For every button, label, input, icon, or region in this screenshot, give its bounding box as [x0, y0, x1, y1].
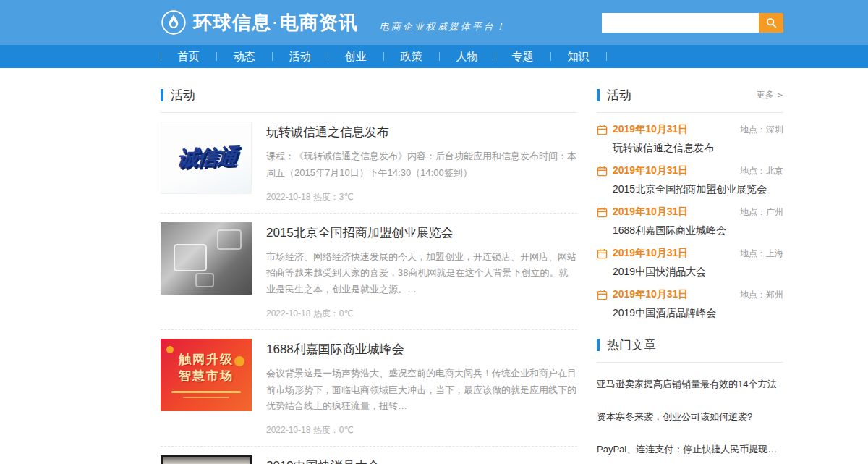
nav-item-home[interactable]: 首页 [161, 45, 216, 68]
location-label: 地点： [740, 125, 766, 135]
location-label: 地点： [740, 207, 766, 217]
site-title: 环球信息·电商资讯 [193, 10, 358, 35]
hot-section-header: 热门文章 [597, 337, 783, 363]
article-excerpt: 市场经济、网络经济快速发展的今天，加盟创业，开连锁店、开网店、网站招商等越来越受… [266, 249, 577, 298]
site-logo[interactable]: 环球信息·电商资讯 [161, 9, 358, 35]
article-thumbnail[interactable]: 诚信通 [161, 122, 252, 194]
heat-value: 3℃ [339, 192, 354, 202]
search-button[interactable] [759, 13, 783, 33]
article-item[interactable]: 诚信通 玩转诚信通之信息发布 课程：《玩转诚信通之信息发布》内容：后台功能应用和… [161, 113, 577, 214]
article-title[interactable]: 1688利嘉国际商业城峰会 [266, 341, 577, 358]
hot-article-link[interactable]: 资本寒冬来袭，创业公司该如何逆袭? [597, 400, 783, 433]
hot-article-link[interactable]: PayPal、连连支付：停止快捷人民币提现业务 [597, 433, 783, 464]
event-item[interactable]: 2019年10月31日 地点：广州 1688利嘉国际商业城峰会 [597, 200, 783, 241]
location-label: 地点： [740, 248, 766, 258]
article-item[interactable]: 触网升级 智慧市场 1688利嘉国际商业城峰会 会议背景这是一场声势浩大、盛况空… [161, 330, 577, 447]
article-title[interactable]: 2019中国快消品大会 [266, 457, 577, 464]
event-date-text: 2019年10月31日 [613, 206, 688, 219]
location-value: 北京 [766, 166, 783, 176]
nav-item-activity[interactable]: 活动 [272, 45, 328, 68]
calendar-icon [597, 248, 608, 259]
article-item[interactable]: PayPaltm SHOPPING SHOW 2019中国快消品大会 2019 … [161, 447, 577, 464]
event-date: 2019年10月31日 [597, 247, 688, 260]
article-meta: 2022-10-18 热度：3℃ [266, 191, 577, 203]
main-nav: 首页 动态 活动 创业 政策 人物 专题 知识 [0, 45, 868, 68]
site-tagline: 电商企业权威媒体平台！ [380, 20, 507, 33]
event-item[interactable]: 2019年10月31日 地点：郑州 2019中国酒店品牌峰会 [597, 282, 783, 324]
nav-item-people[interactable]: 人物 [439, 45, 495, 68]
chevron-right-icon: > [777, 90, 783, 100]
event-header: 2019年10月31日 地点：郑州 [597, 288, 783, 301]
calendar-icon [597, 290, 608, 300]
events-list: 2019年10月31日 地点：深圳 玩转诚信通之信息发布 2019年10月31日… [597, 113, 783, 324]
article-body: 1688利嘉国际商业城峰会 会议背景这是一场声势浩大、盛况空前的电商大阅兵！传统… [266, 339, 577, 436]
event-title[interactable]: 1688利嘉国际商业城峰会 [613, 224, 783, 237]
location-value: 郑州 [766, 290, 783, 300]
article-title[interactable]: 2015北京全国招商加盟创业展览会 [266, 224, 577, 241]
event-location: 地点：郑州 [740, 289, 783, 301]
hot-article-link[interactable]: 亚马逊卖家提高店铺销量最有效的14个方法 [597, 368, 783, 400]
calendar-icon [597, 125, 608, 135]
nav-item-news[interactable]: 动态 [216, 45, 272, 68]
brand-separator: · [273, 14, 278, 30]
nav-link-knowledge[interactable]: 知识 [550, 45, 606, 68]
article-excerpt: 会议背景这是一场声势浩大、盛况空前的电商大阅兵！传统企业和商户在目前市场形势下，… [266, 366, 577, 415]
article-thumbnail[interactable]: 触网升级 智慧市场 [161, 339, 252, 411]
event-header: 2019年10月31日 地点：广州 [597, 206, 783, 219]
sidebar-hot-section: 热门文章 亚马逊卖家提高店铺销量最有效的14个方法 资本寒冬来袭，创业公司该如何… [597, 337, 783, 464]
search-input[interactable] [602, 13, 759, 33]
section-title: 热门文章 [607, 337, 656, 353]
nav-link-people[interactable]: 人物 [439, 45, 495, 68]
event-date: 2019年10月31日 [597, 206, 688, 219]
nav-link-news[interactable]: 动态 [216, 45, 272, 68]
section-title: 活动 [171, 87, 195, 104]
location-label: 地点： [740, 290, 766, 300]
calendar-icon [597, 166, 608, 177]
chengxintong-logo-text: 诚信通 [175, 143, 237, 174]
article-thumbnail[interactable] [161, 222, 252, 295]
heat-label: 热度： [313, 192, 339, 202]
event-title[interactable]: 玩转诚信通之信息发布 [613, 142, 783, 155]
article-meta: 2022-10-18 热度：0℃ [266, 308, 577, 320]
event-item[interactable]: 2019年10月31日 地点：北京 2015北京全国招商加盟创业展览会 [597, 159, 783, 200]
nav-link-policy[interactable]: 政策 [383, 45, 439, 68]
section-accent-bar [161, 89, 163, 101]
events-section-header: 活动 更多> [597, 87, 783, 113]
nav-link-topics[interactable]: 专题 [495, 45, 550, 68]
event-header: 2019年10月31日 地点：北京 [597, 164, 783, 177]
heat-value: 0℃ [339, 425, 354, 435]
event-item[interactable]: 2019年10月31日 地点：深圳 玩转诚信通之信息发布 [597, 117, 783, 159]
event-date: 2019年10月31日 [597, 288, 688, 301]
nav-item-startup[interactable]: 创业 [328, 45, 383, 68]
location-value: 上海 [766, 248, 783, 258]
event-location: 地点：广州 [740, 206, 783, 219]
article-excerpt: 课程：《玩转诚信通之信息发布》内容：后台功能应用和信息发布时间：本周五（2015… [266, 148, 577, 182]
heat-label: 热度： [313, 425, 339, 435]
event-date: 2019年10月31日 [597, 123, 688, 136]
event-header: 2019年10月31日 地点：上海 [597, 247, 783, 260]
event-title[interactable]: 2015北京全国招商加盟创业展览会 [613, 183, 783, 196]
event-location: 地点：北京 [740, 165, 783, 177]
event-item[interactable]: 2019年10月31日 地点：上海 2019中国快消品大会 [597, 241, 783, 282]
nav-link-startup[interactable]: 创业 [328, 45, 383, 68]
events-more-link[interactable]: 更多> [757, 89, 783, 101]
event-title[interactable]: 2019中国酒店品牌峰会 [613, 307, 783, 320]
event-header: 2019年10月31日 地点：深圳 [597, 123, 783, 136]
article-item[interactable]: 2015北京全国招商加盟创业展览会 市场经济、网络经济快速发展的今天，加盟创业，… [161, 214, 577, 330]
banner-line-2: 智慧市场 [179, 368, 234, 385]
calendar-icon [597, 207, 608, 218]
brand-title: 环球信息 [193, 12, 271, 33]
event-title[interactable]: 2019中国快消品大会 [613, 266, 783, 279]
location-value: 深圳 [766, 125, 783, 135]
nav-item-policy[interactable]: 政策 [383, 45, 439, 68]
nav-item-topics[interactable]: 专题 [495, 45, 550, 68]
more-label: 更多 [757, 90, 774, 100]
article-meta: 2022-10-18 热度：0℃ [266, 424, 577, 436]
article-title[interactable]: 玩转诚信通之信息发布 [266, 124, 577, 140]
article-thumbnail[interactable]: PayPaltm SHOPPING SHOW [161, 455, 252, 464]
banner-decor-line [171, 391, 241, 393]
nav-link-home[interactable]: 首页 [161, 45, 216, 68]
event-location: 地点：深圳 [740, 124, 783, 136]
nav-link-activity[interactable]: 活动 [272, 45, 328, 68]
nav-item-knowledge[interactable]: 知识 [550, 45, 606, 68]
